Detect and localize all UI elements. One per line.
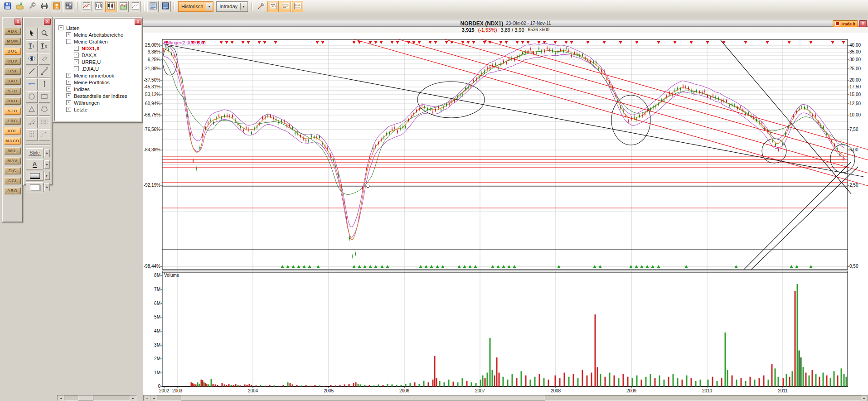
tree-item-meine-arbeitsbereiche[interactable]: +Meine Arbeitsbereiche xyxy=(55,31,141,38)
zoom-plus-button[interactable]: + xyxy=(144,396,150,401)
chart-line-button[interactable] xyxy=(81,1,92,12)
draw-tool-button[interactable] xyxy=(255,1,267,12)
tool-triangle-tool[interactable] xyxy=(26,104,38,116)
price-chart[interactable]: 25,00%9,38%-6,25%-21,88%-37,50%-45,31%-5… xyxy=(143,33,868,395)
tool-rect-tool[interactable] xyxy=(39,91,50,103)
tree-item-urre-u[interactable]: ·URRE,U xyxy=(55,58,141,65)
tool-eraser[interactable] xyxy=(39,53,50,65)
indicator-button-rsi[interactable]: RSI xyxy=(4,68,21,75)
indicator-button-obv[interactable]: OBV xyxy=(4,58,21,65)
tree-expander-minus-icon[interactable]: − xyxy=(66,39,71,44)
tool-eye[interactable] xyxy=(26,53,38,65)
indicator-button-hvo[interactable]: HVO xyxy=(4,97,21,105)
close-icon[interactable]: x xyxy=(15,19,21,25)
scroll-thumb[interactable] xyxy=(181,396,545,401)
chart-ohlc-button[interactable] xyxy=(93,1,104,12)
indicator-button-aro[interactable]: ARO xyxy=(4,187,21,194)
scroll-right-icon[interactable]: ► xyxy=(861,396,868,401)
tree-item-listen[interactable]: −Listen xyxy=(55,24,141,31)
indicator-button-zig[interactable]: ZIG xyxy=(4,167,21,174)
tree-item-w-hrungen[interactable]: +Währungen xyxy=(55,99,141,106)
pane-tool-button[interactable] xyxy=(280,1,291,12)
indicator-button-sar[interactable]: SAR xyxy=(4,77,21,85)
watchlist-horizontal-scrollbar[interactable]: ◄ ► xyxy=(57,395,137,401)
contact-button[interactable] xyxy=(51,1,62,12)
open-folder-button[interactable] xyxy=(14,1,25,12)
tool-dashed-cols[interactable] xyxy=(26,129,38,141)
adx-tool-button[interactable]: ADX xyxy=(267,1,279,12)
indicator-button-cci[interactable]: CCI xyxy=(4,177,21,184)
tree-item--djia-u[interactable]: ·.DJIA,U xyxy=(55,65,141,72)
scroll-thumb[interactable] xyxy=(78,396,93,401)
chevron-right-icon[interactable]: ► xyxy=(44,160,50,169)
tree-expander-minus-icon[interactable]: − xyxy=(58,25,63,30)
indicator-button-adx[interactable]: ADX xyxy=(4,28,21,35)
indicator-button-vol[interactable]: VOL xyxy=(4,127,21,135)
chevron-right-icon[interactable]: ► xyxy=(44,149,50,157)
tree-item-meine-runnerbook[interactable]: +Meine runnerbook xyxy=(55,72,141,79)
close-icon[interactable]: x xyxy=(44,19,51,25)
indicator-button-macd[interactable]: MACD xyxy=(4,137,21,145)
chevron-down-icon[interactable]: ▼ xyxy=(240,3,247,10)
tree-item-meine-grafiken[interactable]: −Meine Grafiken xyxy=(55,38,141,45)
indicator-button-wil[interactable]: WIL xyxy=(4,147,21,155)
tree-item-indizes[interactable]: +Indizes xyxy=(55,86,141,92)
tool-text-to[interactable]: To xyxy=(39,40,50,52)
scroll-track[interactable] xyxy=(64,396,130,401)
print-button[interactable] xyxy=(39,1,50,12)
chart-dot-button[interactable] xyxy=(130,1,141,12)
style-row-font[interactable]: A ► xyxy=(26,159,50,169)
tree-expander-plus-icon[interactable]: + xyxy=(66,80,71,85)
tool-vline-arrow[interactable] xyxy=(39,78,50,90)
tree-expander-plus-icon[interactable]: + xyxy=(66,87,71,92)
indicator-button-mav[interactable]: MAV xyxy=(4,157,21,164)
drawing-handle[interactable] xyxy=(367,185,369,188)
style-row-style[interactable]: Style ► xyxy=(26,148,50,158)
tool-trend-line[interactable] xyxy=(26,66,38,77)
tool-ellipse-tool[interactable] xyxy=(26,91,38,103)
scroll-left-icon[interactable]: ◄ xyxy=(150,396,157,401)
tree-item-dax-x[interactable]: ·DAX,X xyxy=(55,52,141,58)
chart-horizontal-scrollbar[interactable]: + ◄ ► xyxy=(143,395,868,401)
indicator-button-lrc[interactable]: LRC xyxy=(4,117,21,125)
chart-candle-button[interactable] xyxy=(105,1,116,12)
tool-zoom-lens[interactable] xyxy=(39,28,50,39)
tree-expander-plus-icon[interactable]: + xyxy=(66,107,71,112)
chart-area-button[interactable] xyxy=(117,1,129,12)
indicator-button-std[interactable]: STD xyxy=(4,87,21,95)
close-icon[interactable]: x xyxy=(859,20,867,27)
save-button[interactable] xyxy=(2,1,13,12)
scroll-left-icon[interactable]: ◄ xyxy=(58,396,64,401)
scroll-right-icon[interactable]: ► xyxy=(130,396,136,401)
indicator-button-bol[interactable]: BOL xyxy=(4,48,21,55)
indicator-button-mom[interactable]: MOM xyxy=(4,38,21,45)
tree-item-bestandteile-der-indizes[interactable]: +Bestandteile der Indizes xyxy=(55,92,141,99)
intraday-dropdown[interactable]: Intraday▼ xyxy=(216,1,248,12)
tree-expander-plus-icon[interactable]: + xyxy=(66,100,71,105)
tree-expander-plus-icon[interactable]: + xyxy=(66,73,71,78)
chevron-right-icon[interactable]: ► xyxy=(44,172,50,180)
style-row-fill[interactable]: ► xyxy=(26,182,50,192)
historisch-dropdown[interactable]: Historisch▼ xyxy=(178,1,213,12)
chevron-right-icon[interactable]: ► xyxy=(44,183,50,191)
layout-button[interactable] xyxy=(63,1,74,12)
tool-text-ti[interactable]: TI xyxy=(26,40,38,52)
tool-fan-lines[interactable] xyxy=(26,116,38,128)
scroll-track[interactable] xyxy=(157,396,861,401)
tree-expander-plus-icon[interactable]: + xyxy=(66,93,71,98)
tree-item-letzte[interactable]: +Letzte xyxy=(55,106,141,113)
pane2-tool-button[interactable] xyxy=(292,1,303,12)
indicator-button-sto[interactable]: STO xyxy=(4,107,21,115)
wrench-button[interactable] xyxy=(26,1,38,12)
tool-cursor[interactable] xyxy=(26,28,38,39)
quote-list-button[interactable] xyxy=(147,1,159,12)
tool-arc-tool[interactable] xyxy=(39,129,50,141)
tool-hline-arrow[interactable] xyxy=(26,78,38,90)
tool-polygon-tool[interactable] xyxy=(39,104,50,116)
tool-trend-line2[interactable] xyxy=(39,66,50,77)
trade-it-button[interactable]: Trade it xyxy=(833,20,858,27)
tool-dotted-rows[interactable] xyxy=(39,116,50,128)
close-icon[interactable]: x xyxy=(135,19,141,25)
style-row-line[interactable]: ► xyxy=(26,171,50,181)
tree-item-meine-portfolios[interactable]: +Meine Portfolios xyxy=(55,79,141,86)
